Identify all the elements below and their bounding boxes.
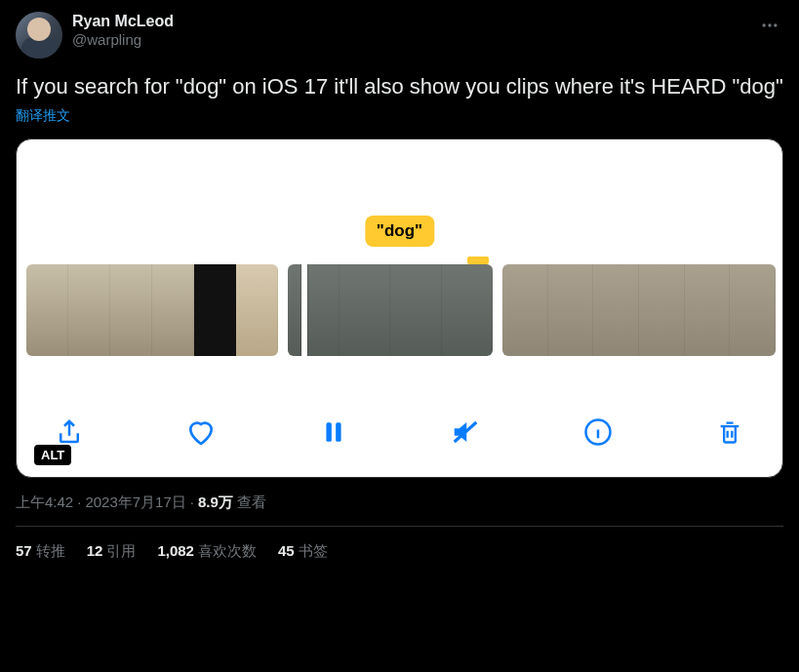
svg-point-2 <box>774 23 777 26</box>
pause-icon <box>321 419 346 445</box>
timeline-frame <box>68 264 110 356</box>
clip-group[interactable] <box>502 264 776 356</box>
retweets-count: 57 <box>16 542 32 559</box>
retweets-label: 转推 <box>36 542 65 559</box>
tweet-container: Ryan McLeod @warpling If you search for … <box>0 0 799 561</box>
likes-label: 喜欢次数 <box>198 542 257 559</box>
views-label: 查看 <box>237 494 266 510</box>
timeline-frame <box>110 264 152 356</box>
stats-row: 57转推 12引用 1,082喜欢次数 45书签 <box>16 527 783 561</box>
tweet-date[interactable]: 2023年7月17日 <box>85 494 185 510</box>
heart-icon <box>185 416 217 448</box>
timeline-frame <box>152 264 194 356</box>
timeline-frame <box>502 264 548 356</box>
bookmarks-label: 书签 <box>299 542 328 559</box>
speaker-muted-icon <box>451 417 480 447</box>
likes-count: 1,082 <box>157 542 194 559</box>
bookmarks-count: 45 <box>278 542 295 559</box>
tweet-meta: 上午4:42·2023年7月17日·8.9万 查看 <box>16 494 783 512</box>
audio-match-marker <box>467 257 489 264</box>
media-attachment[interactable]: "dog" <box>16 138 783 478</box>
quotes-count: 12 <box>87 542 103 559</box>
user-handle[interactable]: @warpling <box>72 31 174 50</box>
quotes-stat[interactable]: 12引用 <box>87 542 137 561</box>
name-block: Ryan McLeod @warpling <box>72 12 174 50</box>
clip-group[interactable] <box>26 264 278 356</box>
more-options-button[interactable] <box>756 12 783 43</box>
timeline-frame <box>288 264 340 356</box>
mute-button[interactable] <box>448 415 483 450</box>
views-count[interactable]: 8.9万 <box>198 494 233 510</box>
quotes-label: 引用 <box>106 542 136 559</box>
timeline-frame <box>26 264 68 356</box>
tweet-header: Ryan McLeod @warpling <box>16 12 783 59</box>
delete-button[interactable] <box>712 415 747 450</box>
display-name[interactable]: Ryan McLeod <box>72 12 174 31</box>
timeline-frame <box>548 264 594 356</box>
retweets-stat[interactable]: 57转推 <box>16 542 65 561</box>
timeline-frame <box>340 264 391 356</box>
timeline-frame <box>236 264 278 356</box>
svg-point-0 <box>763 23 766 26</box>
svg-rect-3 <box>326 422 331 442</box>
video-timeline[interactable] <box>17 264 782 356</box>
share-icon <box>55 417 84 447</box>
timeline-frame <box>442 264 494 356</box>
timeline-frame <box>194 264 236 356</box>
info-button[interactable] <box>580 415 616 450</box>
ellipsis-icon <box>760 16 779 35</box>
timeline-frame <box>593 264 639 356</box>
search-tooltip: "dog" <box>365 216 434 247</box>
favorite-button[interactable] <box>183 415 219 450</box>
media-toolbar <box>17 415 782 450</box>
translate-link[interactable]: 翻译推文 <box>16 107 783 125</box>
tweet-text: If you search for "dog" on iOS 17 it'll … <box>16 72 783 101</box>
avatar[interactable] <box>16 12 62 59</box>
timeline-frame <box>390 264 442 356</box>
timeline-frame <box>730 264 776 356</box>
svg-point-1 <box>768 23 771 26</box>
tweet-time[interactable]: 上午4:42 <box>16 494 73 510</box>
bookmarks-stat[interactable]: 45书签 <box>278 542 328 561</box>
clip-group[interactable] <box>288 264 493 356</box>
info-icon <box>583 417 613 447</box>
timeline-frame <box>685 264 731 356</box>
alt-badge[interactable]: ALT <box>34 445 71 465</box>
timeline-frame <box>639 264 685 356</box>
likes-stat[interactable]: 1,082喜欢次数 <box>157 542 257 561</box>
pause-button[interactable] <box>316 415 351 450</box>
trash-icon <box>716 418 743 446</box>
playhead[interactable] <box>301 264 307 356</box>
svg-rect-4 <box>336 422 340 442</box>
